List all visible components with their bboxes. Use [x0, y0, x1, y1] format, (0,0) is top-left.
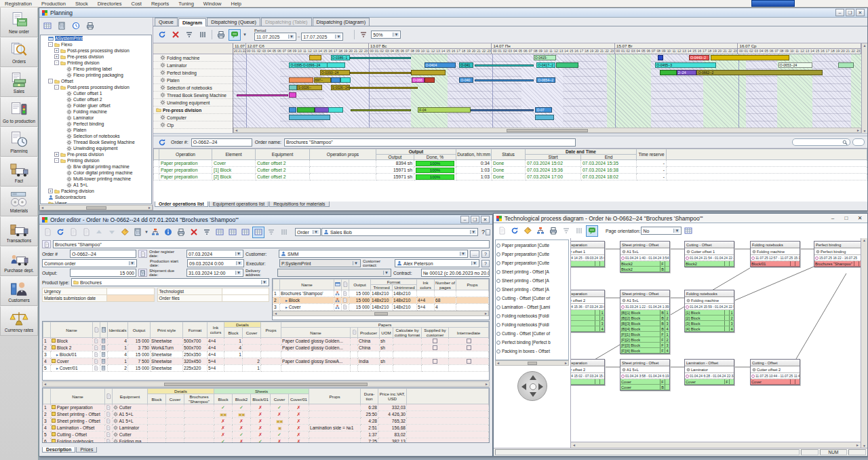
- operation-list-item[interactable]: Cutting - Offset [Cutter of: [496, 294, 568, 303]
- planning-tab[interactable]: Queue: [155, 18, 178, 26]
- operation-row[interactable]: 4 Lamination - Offset Laminator ✗ ✗ ✗ ▣ …: [43, 425, 489, 432]
- tech-titlebar[interactable]: Technological process diagram - Order № …: [494, 214, 867, 223]
- refresh-button[interactable]: [156, 29, 168, 41]
- tree-item[interactable]: Color digital printing machine: [41, 170, 151, 176]
- tree-item[interactable]: + Pre-press division: [41, 151, 151, 157]
- tree-expand-toggle[interactable]: +: [54, 152, 59, 157]
- gantt-bar[interactable]: S-0026--: [297, 85, 322, 90]
- gantt-bar[interactable]: [331, 77, 341, 83]
- pan-down-icon[interactable]: [530, 392, 536, 397]
- operation-list-item[interactable]: Cutting - Offset [Cutter of: [496, 329, 568, 338]
- operation-list-item[interactable]: Folding notebooks [Foldi: [496, 320, 568, 329]
- comments-toggle-button[interactable]: [586, 225, 598, 237]
- canvas-horizontal-scrollbar[interactable]: ◄►: [571, 442, 861, 448]
- editor-tab[interactable]: Prices: [76, 447, 97, 453]
- table-check-button[interactable]: [252, 227, 264, 238]
- executor-select[interactable]: P.SystemPrint▼: [279, 259, 361, 267]
- radio-icon[interactable]: [496, 252, 500, 256]
- prop-row[interactable]: Materials submission date: [43, 295, 155, 302]
- save-button[interactable]: [496, 225, 508, 237]
- tree-item[interactable]: Cutter offset 1: [41, 90, 151, 96]
- products-scrollbar[interactable]: ◄►: [273, 311, 489, 316]
- part-row[interactable]: 4 ▸ Cover 1 7 500 Sheetwise 320x450 5+4 …: [43, 358, 489, 365]
- process-node[interactable]: Perfect binding Perfect binding 15.07.25…: [814, 241, 861, 267]
- gantt-bar[interactable]: [289, 115, 330, 120]
- operation-list-item[interactable]: Paper preparation [Cutte: [496, 241, 568, 250]
- print-button[interactable]: [84, 20, 96, 32]
- operation-row[interactable]: 5 Cutting - Offset Cutter ✗ ✓ ✗ ✓ ✗ 1:37…: [43, 432, 489, 438]
- gantt-bar[interactable]: O-040: [459, 77, 473, 83]
- tree-item[interactable]: Unwinding equipment: [41, 145, 151, 151]
- menu-item[interactable]: Help: [226, 1, 246, 7]
- pan-center-icon[interactable]: [530, 383, 536, 390]
- align-button[interactable]: [183, 29, 195, 41]
- prop-row[interactable]: Technologist: [157, 288, 269, 295]
- period-from-select[interactable]: 11.07.2025▼: [254, 33, 296, 41]
- operation-row[interactable]: 1 Paper preparation Cutter ✓ ✓ ✗ ✓ ✗ 6:2…: [43, 404, 489, 411]
- delivery-select[interactable]: ▼: [277, 269, 391, 277]
- operation-list-item[interactable]: Packing in boxes - Offset: [496, 347, 568, 356]
- restore-button[interactable]: ❏: [471, 216, 479, 223]
- tree-item[interactable]: Views: [41, 200, 151, 204]
- note-button[interactable]: [138, 250, 147, 258]
- bottom-tab[interactable]: Equipment operations list: [209, 202, 269, 207]
- machine-row[interactable]: Unwinding equipment: [153, 99, 233, 107]
- process-node[interactable]: Folding notebooks Folding machine 11.07.…: [750, 241, 800, 267]
- gantt-bar[interactable]: [340, 77, 351, 83]
- print-button[interactable]: [547, 225, 559, 237]
- search-input[interactable]: [792, 138, 850, 146]
- align-button[interactable]: [265, 227, 277, 238]
- tree-item[interactable]: Thread Book Sewing Machine: [41, 139, 151, 145]
- field-help-button[interactable]: ?: [481, 250, 490, 258]
- output-input[interactable]: 15 000: [70, 269, 136, 277]
- open-button[interactable]: [80, 227, 92, 238]
- maximize-button[interactable]: □: [842, 215, 851, 221]
- parts-scrollbar[interactable]: ◄►: [42, 381, 490, 387]
- order-name-input[interactable]: Brochures "Shampoo": [53, 240, 490, 248]
- list-button[interactable]: [201, 227, 213, 238]
- shipment-select[interactable]: 31.03.2024 12:00▼: [186, 269, 243, 277]
- process-node[interactable]: Folding notebooks Folding machine 01.04.…: [684, 290, 734, 332]
- customer-select[interactable]: SMM▼: [279, 250, 468, 258]
- menu-item[interactable]: Stock: [71, 1, 93, 7]
- process-node[interactable]: Sheet printing - Offset A1 5+L 01.04.24 …: [620, 241, 670, 273]
- radio-icon[interactable]: [496, 279, 500, 283]
- gantt-bar[interactable]: 697--: [314, 77, 331, 83]
- tree-item[interactable]: - Printing division: [41, 60, 151, 66]
- part-row[interactable]: 2 ▸ Block 2 1 3 750 Work&Turn 500x700 4+…: [43, 345, 489, 351]
- info-button[interactable]: [162, 227, 174, 238]
- product-row[interactable]: 3 ▸ Cover 15 000 148x210 148x210 5+4 4: [273, 304, 489, 311]
- pan-right-icon[interactable]: [538, 383, 543, 390]
- machine-row[interactable]: Laminator: [153, 62, 233, 69]
- process-node[interactable]: Sheet printing - Offset A1 5+L 01.04.24 …: [620, 359, 670, 391]
- tree-item[interactable]: - Post-press processing division: [41, 84, 151, 90]
- editor-tab[interactable]: Description: [42, 447, 75, 453]
- operation-list-item[interactable]: Sheet printing - Offset [A: [496, 285, 568, 294]
- process-node[interactable]: Sheet printing - Offset A1 5+L 31.03.24 …: [620, 290, 670, 354]
- tree-expand-toggle[interactable]: -: [48, 79, 53, 83]
- radio-icon[interactable]: [496, 314, 500, 318]
- tree-expand-toggle[interactable]: -: [54, 158, 59, 163]
- menu-item[interactable]: Tuning: [174, 1, 199, 7]
- history-button[interactable]: [70, 20, 82, 32]
- gantt-bar[interactable]: O-0653--24: [778, 62, 812, 68]
- gantt-bar[interactable]: [309, 55, 321, 60]
- gantt-bar[interactable]: [297, 107, 315, 113]
- gantt-vertical-scrollbar[interactable]: ▲▼: [861, 43, 867, 133]
- part-row[interactable]: 1 ▸ Block 4 15 000 Sheetwise 500x700 4+4…: [43, 338, 489, 345]
- gantt-bar[interactable]: O-0654--2: [536, 77, 555, 83]
- gantt-bar[interactable]: S-0026--24: [331, 85, 351, 90]
- menu-item[interactable]: Cost: [127, 1, 146, 7]
- operation-list-item[interactable]: Paper preparation [Cutte: [496, 250, 568, 258]
- tree-item[interactable]: + Packing division: [41, 188, 151, 194]
- gantt-bar[interactable]: O-041: [459, 62, 473, 68]
- sidebar-button[interactable]: Customers: [0, 276, 38, 306]
- new-button[interactable]: [41, 227, 54, 238]
- manager-select[interactable]: Sales Bob▼: [321, 228, 478, 236]
- gantt-bar[interactable]: [237, 94, 289, 96]
- order-kind-select[interactable]: Common order▼: [42, 259, 137, 267]
- price-tag-button[interactable]: [521, 225, 534, 237]
- customer-contact-select[interactable]: Alex Peterson▼: [395, 259, 479, 267]
- product-row[interactable]: 2 ▸ Block 15 000 148x210 148x210 4+4 68: [273, 297, 489, 304]
- order-name-value[interactable]: Brochures "Shampoo": [284, 138, 576, 147]
